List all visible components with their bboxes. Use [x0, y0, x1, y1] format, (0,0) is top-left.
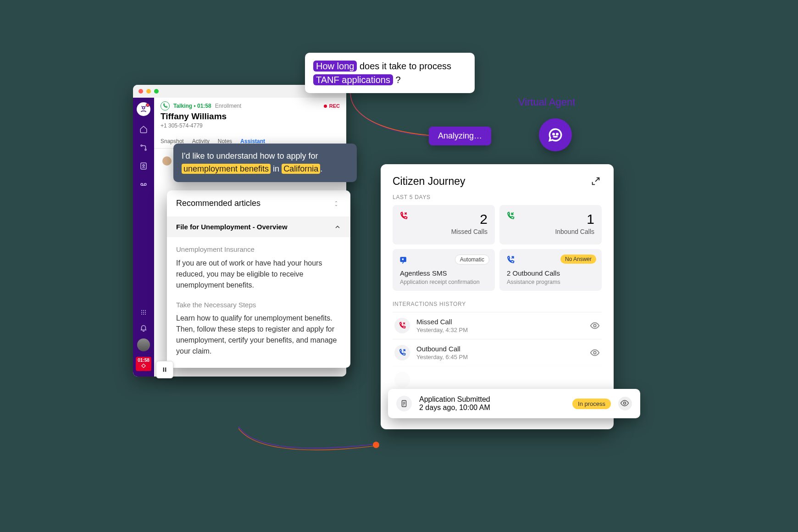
tile-label: Inbound Calls [507, 228, 594, 235]
highlight-term: unemployment benefits [182, 164, 271, 174]
svg-rect-19 [163, 367, 164, 371]
svg-point-28 [624, 402, 626, 405]
sidebar-home-icon[interactable] [139, 124, 149, 134]
agent-avatar[interactable] [137, 338, 150, 351]
tile-title: Agentless SMS [400, 269, 488, 277]
svg-point-16 [143, 313, 144, 314]
document-icon [396, 396, 412, 411]
virtual-agent-label: Virtual Agent [518, 96, 575, 108]
svg-point-25 [593, 351, 596, 354]
svg-point-3 [141, 145, 142, 146]
chevron-up-icon [334, 223, 341, 231]
transcript-bubble: I'd like to understand how to apply for … [173, 144, 357, 182]
queue-name: Enrollment [215, 103, 241, 109]
sidebar-apps-icon[interactable] [139, 307, 149, 317]
recording-badge: REC [324, 103, 340, 109]
svg-point-11 [145, 310, 146, 310]
svg-point-14 [145, 311, 146, 312]
view-icon[interactable] [590, 348, 600, 358]
outbound-call-icon [506, 255, 515, 265]
call-timer-badge: 01:58 [136, 357, 151, 371]
svg-rect-20 [165, 367, 166, 371]
svg-point-1 [373, 442, 379, 448]
section-heading: Take the Necessary Steps [176, 300, 341, 310]
tile-outbound-calls[interactable]: No Answer 2 Outbound Calls Assistance pr… [499, 249, 602, 291]
sidebar-contact-icon[interactable] [139, 161, 149, 171]
sidebar-flow-icon[interactable] [139, 143, 149, 153]
tile-sub: Application receipt confirmation [400, 279, 488, 285]
caller-name: Tiffany Williams [161, 111, 340, 122]
view-icon[interactable] [618, 397, 632, 410]
question-entity: How long [313, 61, 357, 72]
minimize-dot[interactable] [146, 89, 151, 94]
question-bubble: How long does it take to process TANF ap… [305, 53, 475, 93]
tile-label: Missed Calls [400, 228, 488, 235]
svg-point-2 [142, 106, 144, 109]
svg-point-21 [553, 133, 554, 135]
svg-rect-18 [142, 364, 145, 367]
tile-sub: Assistance programs [507, 279, 594, 285]
agent-sidebar: 01:58 [133, 98, 154, 377]
history-row[interactable]: Outbound CallYesterday, 6:45 PM [393, 339, 602, 366]
recommended-title: Recommended articles [176, 199, 260, 208]
history-row[interactable]: Missed CallYesterday, 4:32 PM [393, 312, 602, 339]
history-label: Interactions History [393, 301, 602, 307]
svg-point-6 [143, 165, 144, 166]
tile-badge: Automatic [455, 255, 489, 265]
journey-range: Last 5 Days [393, 194, 602, 200]
outbound-call-icon [394, 345, 410, 360]
svg-point-9 [141, 310, 142, 310]
svg-point-17 [145, 313, 146, 314]
virtual-agent-icon[interactable] [539, 118, 572, 151]
svg-point-22 [557, 133, 558, 135]
collapse-icon[interactable] [331, 200, 341, 207]
history-row-highlight[interactable]: Application Submitted 2 days ago, 10:00 … [388, 389, 640, 418]
expand-icon[interactable] [591, 176, 602, 187]
caller-phone: +1 305-574-4779 [161, 122, 340, 129]
missed-call-icon [394, 318, 410, 333]
svg-point-4 [145, 149, 146, 150]
svg-point-13 [143, 311, 144, 312]
status-badge: In process [572, 399, 611, 409]
sidebar-bell-icon[interactable] [139, 323, 149, 333]
sms-icon [399, 255, 408, 265]
section-heading: Unemployment Insurance [176, 244, 341, 255]
svg-point-15 [141, 313, 142, 314]
close-dot[interactable] [139, 89, 143, 94]
tile-title: 2 Outbound Calls [507, 269, 594, 277]
svg-point-12 [141, 311, 142, 312]
sidebar-agent-icon[interactable] [137, 102, 150, 116]
question-entity: TANF applications [313, 74, 393, 85]
tile-missed-calls[interactable]: 2 Missed Calls [393, 205, 495, 244]
article-header[interactable]: File for Unemployment - Overview [167, 216, 350, 237]
inbound-call-icon [506, 211, 515, 221]
missed-call-icon [399, 211, 408, 221]
agent-panel: 01:58 Talking • 01:58 Enrollment REC [133, 85, 346, 377]
svg-point-24 [593, 324, 596, 327]
maximize-dot[interactable] [154, 89, 159, 94]
journey-panel: Citizen Journey Last 5 Days 2 Missed Cal… [381, 164, 614, 429]
analyzing-badge: Analyzing… [429, 127, 491, 145]
highlight-term: California [282, 164, 320, 174]
tile-agentless-sms[interactable]: Automatic Agentless SMS Application rece… [393, 249, 495, 291]
section-text: Learn how to qualify for unemployment be… [176, 313, 341, 357]
call-status: Talking • 01:58 [173, 103, 211, 109]
speaker-avatar [162, 156, 172, 166]
sidebar-voicemail-icon[interactable] [139, 179, 149, 189]
svg-point-10 [143, 310, 144, 310]
section-text: If you are out of work or have had your … [176, 258, 341, 291]
phone-icon [161, 101, 170, 111]
tile-count: 1 [507, 211, 594, 227]
timer-value: 01:58 [138, 358, 150, 363]
pause-button[interactable] [156, 361, 173, 378]
journey-title: Citizen Journey [393, 175, 466, 188]
view-icon[interactable] [590, 321, 600, 331]
tile-count: 2 [400, 211, 488, 227]
tile-inbound-calls[interactable]: 1 Inbound Calls [499, 205, 602, 244]
recommended-articles-card: Recommended articles File for Unemployme… [167, 190, 350, 368]
tile-badge: No Answer [560, 255, 596, 264]
